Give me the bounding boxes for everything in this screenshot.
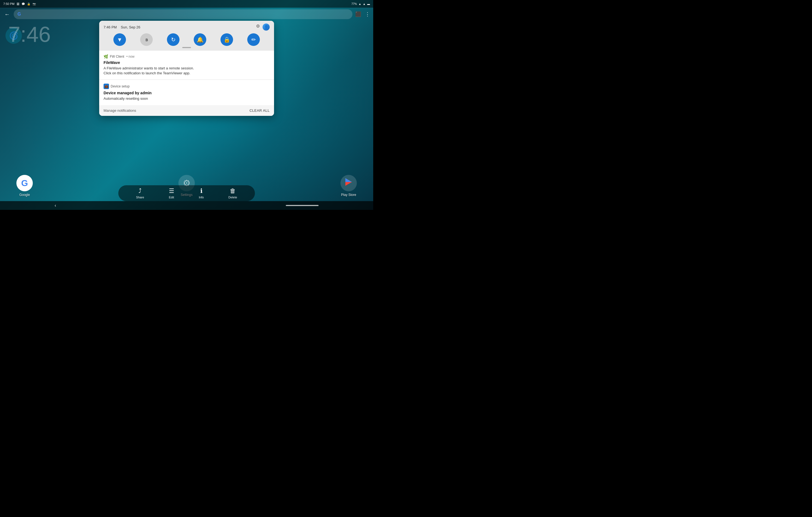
battery-percentage: 77% bbox=[351, 2, 357, 5]
device-notif-body: Automatically resetting soon bbox=[104, 96, 270, 101]
cast-icon[interactable]: ⬛ bbox=[355, 11, 361, 17]
status-left: 7:50 PM 🖼 💬 🔒 📷 bbox=[3, 2, 36, 5]
fw-app-icon: 🌿 bbox=[104, 54, 108, 59]
fw-notif-title: FileWave bbox=[104, 60, 270, 65]
drag-bar bbox=[182, 47, 191, 48]
nav-back-button[interactable]: ‹ bbox=[55, 203, 56, 208]
share-label: Share bbox=[136, 196, 144, 199]
share-action[interactable]: ⤴ Share bbox=[136, 188, 144, 199]
fw-notif-body: A FileWave administrator wants to start … bbox=[104, 66, 270, 76]
device-notif-header: 💼 Device setup bbox=[104, 84, 270, 89]
delete-icon: 🗑 bbox=[230, 188, 236, 195]
device-notif-title: Device managed by admin bbox=[104, 91, 270, 95]
photo-status-icon: 🖼 bbox=[17, 2, 20, 5]
info-label: Info bbox=[199, 196, 204, 199]
fw-notification-card[interactable]: 🌿 FW Client • now FileWave A FileWave ad… bbox=[99, 50, 274, 80]
playstore-desktop-icon[interactable]: Play Store bbox=[341, 175, 357, 197]
device-notification-card[interactable]: 💼 Device setup Device managed by admin A… bbox=[99, 80, 274, 105]
screenshot-status-icon: 📷 bbox=[32, 2, 36, 5]
info-action[interactable]: ℹ Info bbox=[199, 188, 204, 199]
home-indicator[interactable] bbox=[286, 205, 319, 206]
fw-notif-header: 🌿 FW Client • now bbox=[104, 54, 270, 59]
edit-label: Edit bbox=[169, 196, 174, 199]
device-setup-icon: 💼 bbox=[104, 84, 109, 89]
status-right: 77% ▲ ▲ ▬ bbox=[351, 2, 370, 5]
svg-marker-3 bbox=[345, 182, 352, 186]
bottom-navigation: ‹ bbox=[0, 201, 373, 210]
qs-datetime: 7:46 PM Sun, Sep 26 bbox=[104, 25, 140, 30]
profile-avatar[interactable]: 👤 bbox=[263, 24, 270, 31]
bell-toggle[interactable]: 🔔 bbox=[194, 33, 206, 46]
manage-notifications-button[interactable]: Manage notifications bbox=[104, 109, 136, 113]
fw-notif-time: • now bbox=[126, 55, 135, 58]
playstore-label: Play Store bbox=[341, 193, 356, 197]
google-label: Google bbox=[20, 193, 30, 197]
back-button[interactable]: ← bbox=[3, 10, 11, 19]
chat-status-icon: 💬 bbox=[22, 2, 25, 5]
battery-status-icon: ▬ bbox=[367, 2, 370, 5]
qs-time: 7:46 PM Sun, Sep 26 bbox=[104, 25, 140, 29]
more-options-icon[interactable]: ⋮ bbox=[365, 11, 370, 17]
share-icon: ⤴ bbox=[139, 188, 142, 195]
quick-settings-toggles: ▼ ʙ ↻ 🔔 🔒 ✏ bbox=[104, 33, 270, 46]
bottom-action-bar: ⤴ Share ☰ Edit ℹ Info 🗑 Delete bbox=[118, 185, 255, 201]
qs-header: 7:46 PM Sun, Sep 26 ⚙ 👤 bbox=[104, 24, 270, 31]
fw-app-name: FW Client bbox=[110, 55, 124, 58]
playstore-icon-img bbox=[341, 175, 357, 191]
clear-all-button[interactable]: CLEAR ALL bbox=[250, 109, 270, 113]
device-app-name: Device setup bbox=[111, 84, 129, 88]
status-bar: 7:50 PM 🖼 💬 🔒 📷 77% ▲ ▲ ▬ bbox=[0, 0, 373, 8]
lock-status-icon: 🔒 bbox=[27, 2, 30, 5]
google-logo: G bbox=[18, 12, 21, 17]
edit-icon: ☰ bbox=[169, 188, 174, 195]
lock-rotation-toggle[interactable]: 🔒 bbox=[221, 33, 233, 46]
notification-panel: 7:46 PM Sun, Sep 26 ⚙ 👤 ▼ ʙ ↻ 🔔 🔒 ✏ � bbox=[99, 21, 274, 116]
top-nav-right: ⬛ ⋮ bbox=[355, 11, 370, 17]
bluetooth-toggle[interactable]: ʙ bbox=[140, 33, 153, 46]
notification-footer: Manage notifications CLEAR ALL bbox=[99, 105, 274, 116]
info-icon: ℹ bbox=[200, 188, 202, 195]
settings-gear-icon[interactable]: ⚙ bbox=[256, 24, 260, 31]
qs-header-icons: ⚙ 👤 bbox=[256, 24, 270, 31]
edit-action[interactable]: ☰ Edit bbox=[169, 188, 174, 199]
google-desktop-icon[interactable]: G Google bbox=[17, 175, 33, 197]
wifi-toggle[interactable]: ▼ bbox=[113, 33, 126, 46]
wallpaper-clock: 7:46 bbox=[8, 22, 51, 47]
search-bar[interactable]: G bbox=[14, 9, 352, 19]
signal-status-icon: ▲ bbox=[363, 2, 366, 5]
delete-label: Delete bbox=[228, 196, 237, 199]
sync-toggle[interactable]: ↻ bbox=[167, 33, 179, 46]
drag-handle bbox=[104, 46, 270, 48]
delete-action[interactable]: 🗑 Delete bbox=[228, 188, 237, 199]
svg-marker-4 bbox=[345, 178, 352, 182]
edit-toggle[interactable]: ✏ bbox=[247, 33, 260, 46]
wifi-status-icon: ▲ bbox=[358, 2, 361, 5]
status-time: 7:50 PM bbox=[3, 2, 14, 5]
google-icon-img: G bbox=[17, 175, 33, 191]
quick-settings: 7:46 PM Sun, Sep 26 ⚙ 👤 ▼ ʙ ↻ 🔔 🔒 ✏ bbox=[99, 21, 274, 50]
top-navigation: ← G ⬛ ⋮ bbox=[0, 8, 373, 21]
